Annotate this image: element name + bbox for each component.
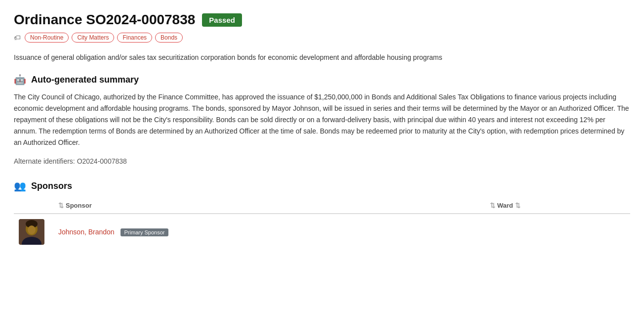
auto-summary-heading: 🤖 Auto-generated summary xyxy=(14,74,630,86)
status-badge: Passed xyxy=(202,13,242,27)
col-sponsor[interactable]: ⇅ Sponsor xyxy=(53,198,485,214)
tag-city-matters[interactable]: City Matters xyxy=(72,33,114,43)
alt-identifiers-label: Alternate identifiers: xyxy=(14,157,75,165)
sponsors-table: ⇅ Sponsor ⇅ Ward ⇅ xyxy=(14,198,630,250)
ordinance-title: Ordinance SO2024-0007838 xyxy=(14,12,195,28)
sponsors-icon: 👥 xyxy=(14,180,26,192)
tags-row: 🏷 Non-Routine City Matters Finances Bond… xyxy=(14,33,630,43)
col-ward[interactable]: ⇅ Ward ⇅ xyxy=(485,198,630,214)
ordinance-description: Issuance of general obligation and/or sa… xyxy=(14,52,630,63)
sponsor-ward-cell xyxy=(485,214,630,250)
tag-icon: 🏷 xyxy=(14,34,21,42)
robot-icon: 🤖 xyxy=(14,74,26,86)
svg-point-4 xyxy=(28,225,36,234)
sponsor-name-link[interactable]: Johnson, Brandon xyxy=(58,228,115,236)
tag-finances[interactable]: Finances xyxy=(117,33,152,43)
sponsor-avatar-cell xyxy=(14,214,53,250)
sponsors-section: 👥 Sponsors ⇅ Sponsor ⇅ Ward ⇅ xyxy=(14,180,630,250)
summary-text: The City Council of Chicago, authorized … xyxy=(14,91,630,148)
sponsors-heading: 👥 Sponsors xyxy=(14,180,630,192)
tag-bonds[interactable]: Bonds xyxy=(155,33,183,43)
primary-sponsor-badge: Primary Sponsor xyxy=(121,228,169,236)
col-sponsor-label: Sponsor xyxy=(66,202,92,209)
table-row: Johnson, Brandon Primary Sponsor xyxy=(14,214,630,250)
avatar xyxy=(19,219,44,245)
sponsor-name-cell: Johnson, Brandon Primary Sponsor xyxy=(53,214,485,250)
sponsors-label: Sponsors xyxy=(31,181,72,191)
sponsors-table-header: ⇅ Sponsor ⇅ Ward ⇅ xyxy=(14,198,630,214)
sort-sponsor-icon: ⇅ xyxy=(58,202,64,209)
tag-non-routine[interactable]: Non-Routine xyxy=(25,33,69,43)
col-avatar xyxy=(14,198,53,214)
alt-identifiers: Alternate identifiers: O2024-0007838 xyxy=(14,157,630,165)
auto-summary-label: Auto-generated summary xyxy=(31,75,139,85)
title-row: Ordinance SO2024-0007838 Passed xyxy=(14,12,630,28)
alt-identifiers-value: O2024-0007838 xyxy=(77,157,127,165)
sort-ward-icon: ⇅ xyxy=(490,202,495,209)
col-ward-label: Ward xyxy=(497,202,513,209)
sort-ward-right-icon: ⇅ xyxy=(515,202,521,209)
avatar-svg xyxy=(19,219,44,245)
